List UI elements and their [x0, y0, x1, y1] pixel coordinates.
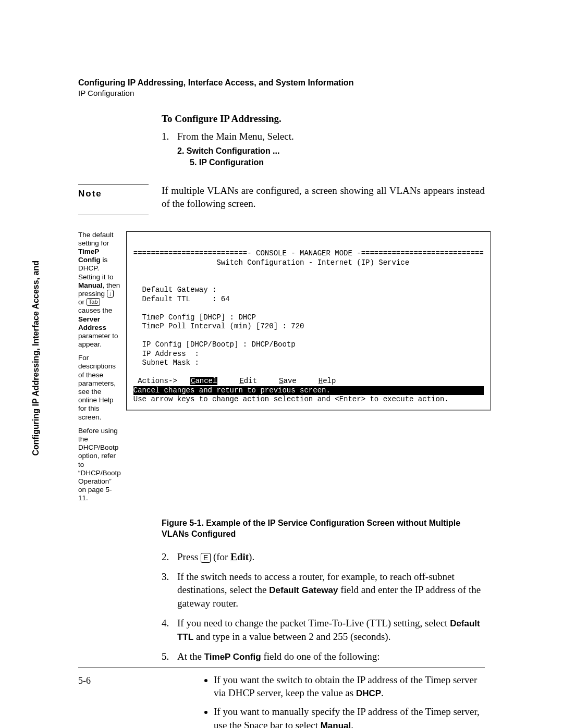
note-text: If multiple VLANs are configured, a scre…	[162, 184, 485, 211]
console-ip-config: IP Config [DHCP/Bootp] : DHCP/Bootp	[133, 340, 296, 349]
console-header-rule: ==========================- CONSOLE - MA…	[133, 249, 484, 257]
annot-1f: or	[78, 298, 87, 306]
step-3-num: 3.	[162, 570, 177, 610]
e-key: E	[201, 553, 211, 563]
figure-annotations: The default setting for TimeP Config is …	[78, 231, 126, 508]
console-default-gateway: Default Gateway :	[133, 286, 217, 294]
step-5-post: field do one of the following:	[261, 651, 380, 662]
step-4-post: and type in a value between 2 and 255 (s…	[193, 631, 390, 642]
bullet-2-post: .	[351, 720, 353, 728]
step-2: 2. Press E (for EditEdit).	[162, 550, 485, 564]
annot-1i: parameter to appear.	[78, 332, 118, 348]
console-subnet-mask: Subnet Mask :	[133, 359, 199, 367]
console-title: Switch Configuration - Internet (IP) Ser…	[216, 258, 409, 267]
timep-config-label: TimeP Config	[204, 652, 261, 662]
annot-1h: Server Address	[78, 315, 106, 331]
default-gateway-label: Default Gateway	[269, 585, 338, 595]
step-1-num: 1.	[162, 130, 177, 143]
step-5-bullets: If you want the switch to obtain the IP …	[193, 673, 485, 728]
console-action-cancel: CCancelancel	[190, 377, 217, 385]
side-tab: Configuring IP Addressing, Interface Acc…	[31, 261, 41, 456]
step-5-num: 5.	[162, 650, 177, 663]
step-1-text: From the Main Menu, Select.	[177, 130, 485, 143]
figure-caption: Figure 5-1. Example of the IP Service Co…	[162, 518, 485, 540]
step-2-num: 2.	[162, 550, 177, 564]
step-1-sub-2: 5. IP Configuration	[190, 158, 485, 167]
console-status-line: Cancel changes and return to previous sc…	[133, 386, 484, 396]
annot-1a: The default setting for	[78, 231, 114, 247]
step-4-pre: If you need to change the packet Time-To…	[177, 618, 450, 628]
running-head: Configuring IP Addressing, Interface Acc…	[78, 78, 485, 88]
console-actions-label: Actions->	[133, 377, 190, 385]
step-3: 3. If the switch needs to access a route…	[162, 570, 485, 610]
bullet-1-post: .	[381, 687, 384, 698]
bullet-1-pre: If you want the switch to obtain the IP …	[214, 674, 477, 699]
figure-5-1: The default setting for TimeP Config is …	[78, 231, 485, 508]
note-label: Note	[78, 189, 102, 199]
console-timep-poll: TimeP Poll Interval (min) [720] : 720	[133, 322, 304, 330]
step-5-pre: At the	[177, 651, 204, 662]
step-2-edit-rest: dit	[237, 551, 249, 562]
tab-key: Tab	[87, 298, 100, 306]
step-4-num: 4.	[162, 616, 177, 644]
console-timep-config: TimeP Config [DHCP] : DHCP	[133, 313, 256, 322]
step-1-sub-1: 2. Switch Configuration ...	[177, 146, 485, 156]
annot-2: For descriptions of these parameters, se…	[78, 354, 121, 422]
footer-rule	[78, 668, 485, 668]
bullet-1: If you want the switch to obtain the IP …	[214, 673, 485, 700]
console-screen: ==========================- CONSOLE - MA…	[126, 231, 491, 411]
section-heading: To Configure IP Addressing.	[162, 113, 485, 125]
down-arrow-key: ↓	[107, 290, 114, 298]
console-action-edit: EditEdit	[239, 377, 257, 385]
annot-3: Before using the DHCP/Bootp option, refe…	[78, 427, 121, 503]
step-5: 5. At the TimeP Config field do one of t…	[162, 650, 485, 663]
console-action-save: SaveSave	[279, 377, 297, 385]
page-number: 5-6	[78, 675, 91, 686]
manual-label: Manual	[321, 721, 351, 728]
step-2-post2: ).	[249, 551, 254, 562]
console-action-help: HelpHelp	[319, 377, 336, 385]
console-hint: Use arrow keys to change action selectio…	[133, 395, 449, 403]
annot-1d: Manual	[78, 281, 103, 289]
annot-1g: causes the	[78, 306, 112, 314]
console-ip-address: IP Address :	[133, 350, 199, 358]
step-4: 4. If you need to change the packet Time…	[162, 616, 485, 644]
dhcp-label: DHCP	[356, 688, 381, 698]
step-2-post1: (for	[211, 551, 230, 562]
running-sub: IP Configuration	[78, 89, 485, 97]
edit-underline: E	[230, 551, 237, 562]
console-default-ttl: Default TTL : 64	[133, 295, 230, 303]
step-1: 1. From the Main Menu, Select.	[162, 130, 485, 143]
bullet-2: If you want to manually specify the IP a…	[214, 705, 485, 728]
annot-1b: TimeP Config	[78, 248, 101, 264]
step-2-pre: Press	[177, 551, 201, 562]
